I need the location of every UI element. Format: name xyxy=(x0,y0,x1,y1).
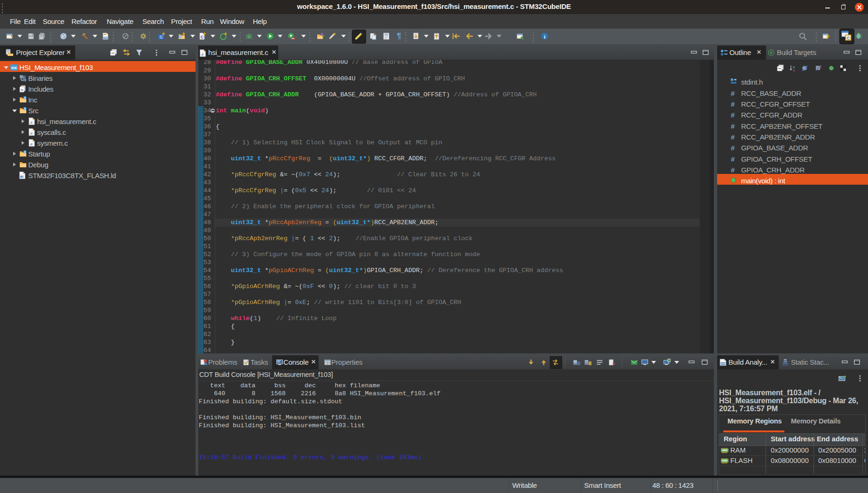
svg-text:C: C xyxy=(847,36,850,40)
svg-text:010: 010 xyxy=(721,362,725,365)
svg-text:.c: .c xyxy=(30,142,33,146)
svg-text:.c: .c xyxy=(30,120,33,125)
svg-text:LD: LD xyxy=(20,176,23,179)
svg-text:.c: .c xyxy=(30,131,33,135)
svg-text:i: i xyxy=(544,34,545,39)
svg-text:010: 010 xyxy=(103,37,107,39)
svg-text:.c: .c xyxy=(201,52,204,56)
svg-text:C: C xyxy=(160,35,163,39)
svg-text:c: c xyxy=(179,35,181,38)
svg-text:C: C xyxy=(201,35,204,39)
svg-text:h: h xyxy=(21,88,23,92)
svg-text:IDE: IDE xyxy=(11,66,17,70)
